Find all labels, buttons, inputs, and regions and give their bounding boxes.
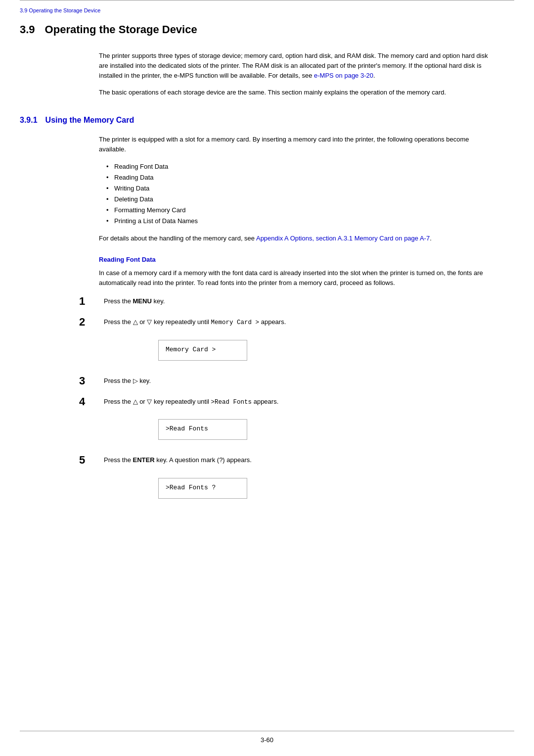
intro-para1: The printer supports three types of stor… — [99, 51, 494, 81]
step-2-header: 2 Press the △ or ▽ key repeatedly until … — [79, 316, 514, 329]
step-2-prefix: Press the △ or ▽ key repeatedly until — [104, 318, 211, 326]
step-4-row: 4 Press the △ or ▽ key repeatedly until … — [79, 395, 514, 444]
step-2-number: 2 — [79, 316, 99, 329]
step-4-suffix: appears. — [252, 398, 278, 405]
chapter-title: Operating the Storage Device — [45, 23, 197, 36]
step-3-row: 3 Press the ▷ key. — [79, 375, 514, 387]
chapter-number: 3.9 — [20, 23, 35, 36]
section-391-number: 3.9.1 — [20, 116, 38, 125]
step-1-suffix: key. — [152, 297, 165, 305]
step-5-lcd-text: >Read Fonts ? — [166, 484, 216, 491]
step-5-lcd-box: >Read Fonts ? — [158, 478, 247, 499]
step-4-content: Press the △ or ▽ key repeatedly until >R… — [104, 395, 514, 407]
step-2-content: Press the △ or ▽ key repeatedly until Me… — [104, 316, 514, 328]
step-4-lcd-box: >Read Fonts — [158, 419, 247, 440]
details-para-prefix: For details about the handling of the me… — [99, 235, 256, 242]
step-5-row: 5 Press the ENTER key. A question mark (… — [79, 454, 514, 502]
details-para-section: For details about the handling of the me… — [99, 234, 494, 243]
step-2-lcd-box: Memory Card > — [158, 340, 247, 361]
bottom-rule — [20, 731, 514, 731]
intro-para2: The basic operations of each storage dev… — [99, 88, 494, 97]
list-item: Formatting Memory Card — [106, 205, 514, 216]
section-391-title: Using the Memory Card — [45, 116, 134, 125]
appendix-link[interactable]: Appendix A Options, section A.3.1 Memory… — [256, 235, 430, 242]
step-5-suffix: key. A question mark (?) appears. — [155, 456, 252, 464]
step-4-code: >Read Fonts — [211, 399, 252, 406]
reading-font-data-para: In case of a memory card if a memory wit… — [99, 268, 494, 288]
chapter-heading: 3.9 Operating the Storage Device — [20, 23, 514, 36]
reading-font-data-heading: Reading Font Data — [99, 256, 514, 263]
emps-link[interactable]: e-MPS on page 3-20 — [314, 72, 373, 79]
section-391-para: The printer is equipped with a slot for … — [99, 135, 494, 154]
step-1-key: MENU — [133, 297, 152, 305]
step-3-content: Press the ▷ key. — [104, 375, 514, 386]
step-2-code: Memory Card > — [211, 319, 260, 326]
step-3-number: 3 — [79, 375, 99, 387]
step-5-content: Press the ENTER key. A question mark (?)… — [104, 454, 514, 465]
step-1-prefix: Press the — [104, 297, 133, 305]
step-3-text: Press the ▷ key. — [104, 377, 151, 384]
breadcrumb-text: 3.9 Operating the Storage Device — [20, 7, 100, 13]
intro-para1-end: . — [373, 72, 375, 79]
step-2-box-wrapper: Memory Card > — [158, 334, 514, 365]
step-4-header: 4 Press the △ or ▽ key repeatedly until … — [79, 395, 514, 408]
section-391-heading: 3.9.1 Using the Memory Card — [20, 116, 514, 125]
step-5-prefix: Press the — [104, 456, 133, 464]
step-2-lcd-text: Memory Card > — [166, 346, 216, 353]
step-2-row: 2 Press the △ or ▽ key repeatedly until … — [79, 316, 514, 364]
step-4-number: 4 — [79, 395, 99, 408]
step-1-content: Press the MENU key. — [104, 295, 514, 306]
step-4-box-wrapper: >Read Fonts — [158, 413, 514, 444]
intro-para1-text: The printer supports three types of stor… — [99, 52, 488, 79]
breadcrumb: 3.9 Operating the Storage Device — [0, 4, 534, 18]
operations-list: Reading Font Data Reading Data Writing D… — [106, 161, 514, 227]
details-para: For details about the handling of the me… — [99, 234, 494, 243]
section-391-body: The printer is equipped with a slot for … — [99, 135, 494, 154]
step-5-key: ENTER — [133, 456, 155, 464]
details-para-end: . — [430, 235, 432, 242]
step-4-prefix: Press the △ or ▽ key repeatedly until — [104, 398, 211, 405]
top-rule — [20, 0, 514, 4]
step-4-lcd-text: >Read Fonts — [166, 425, 208, 432]
list-item: Reading Data — [106, 172, 514, 183]
page-number: 3-60 — [0, 736, 534, 744]
main-content: 3.9 Operating the Storage Device The pri… — [0, 23, 534, 542]
step-2-suffix: appears. — [259, 318, 286, 326]
intro-section: The printer supports three types of stor… — [99, 51, 494, 98]
step-1-number: 1 — [79, 295, 99, 308]
step-5-number: 5 — [79, 454, 99, 467]
list-item: Deleting Data — [106, 194, 514, 205]
reading-font-data-section: In case of a memory card if a memory wit… — [99, 268, 494, 288]
step-5-header: 5 Press the ENTER key. A question mark (… — [79, 454, 514, 467]
list-item: Reading Font Data — [106, 161, 514, 172]
list-item: Printing a List of Data Names — [106, 216, 514, 227]
page-wrapper: 3.9 Operating the Storage Device 3.9 Ope… — [0, 0, 534, 756]
step-1-row: 1 Press the MENU key. — [79, 295, 514, 308]
list-item: Writing Data — [106, 183, 514, 194]
step-5-box-wrapper: >Read Fonts ? — [158, 472, 514, 503]
